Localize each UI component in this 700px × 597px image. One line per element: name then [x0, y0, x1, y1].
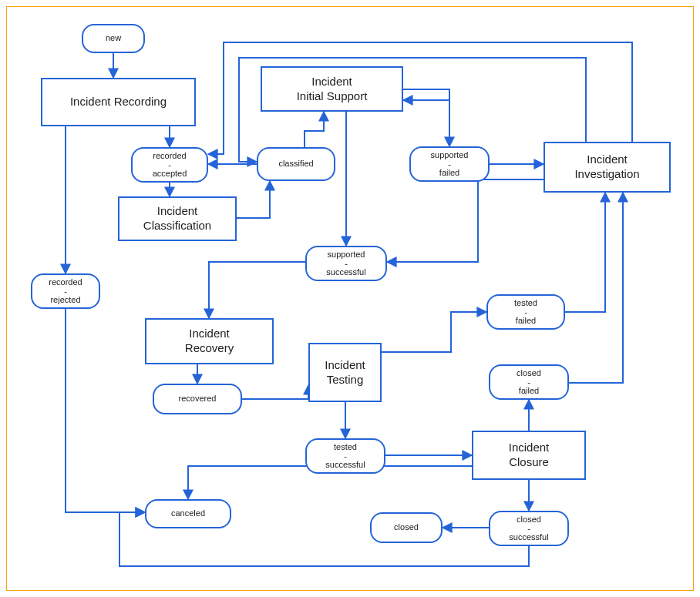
state-canceled: canceled [145, 499, 231, 528]
process-incident-investigation: Incident Investigation [544, 142, 671, 193]
label: Incident Initial Support [297, 75, 368, 104]
label: tested - successful [325, 442, 365, 471]
label: tested - failed [514, 298, 537, 327]
state-supported-failed: supported - failed [409, 146, 490, 182]
process-incident-recording: Incident Recording [41, 78, 196, 126]
label: Incident Recovery [185, 327, 234, 356]
label: closed - failed [517, 368, 541, 397]
label: new [106, 33, 121, 44]
state-classified: classified [257, 147, 335, 181]
diagram-canvas: new recorded - accepted recorded - rejec… [0, 0, 700, 597]
process-incident-recovery: Incident Recovery [145, 318, 274, 364]
state-recorded-accepted: recorded - accepted [131, 147, 208, 183]
label: supported - failed [431, 150, 469, 179]
process-incident-closure: Incident Closure [472, 431, 586, 480]
process-incident-testing: Incident Testing [308, 343, 382, 402]
label: Incident Investigation [574, 153, 639, 182]
state-closed-failed: closed - failed [489, 364, 569, 400]
state-new: new [82, 24, 145, 53]
state-tested-successful: tested - successful [305, 438, 385, 474]
process-incident-classification: Incident Classification [118, 196, 237, 241]
state-recovered: recovered [153, 384, 242, 414]
label: canceled [171, 508, 205, 519]
state-recorded-rejected: recorded - rejected [31, 273, 100, 309]
label: Incident Recording [70, 95, 167, 109]
label: recovered [179, 394, 217, 404]
label: classified [278, 159, 313, 169]
state-closed-successful: closed - successful [489, 511, 569, 546]
label: recorded - accepted [153, 151, 187, 179]
label: supported - successful [326, 250, 365, 278]
state-tested-failed: tested - failed [486, 294, 565, 330]
process-incident-initial-support: Incident Initial Support [261, 66, 403, 112]
label: Incident Closure [509, 441, 550, 470]
state-supported-successful: supported - successful [305, 246, 387, 281]
label: Incident Testing [325, 358, 365, 387]
label: recorded - rejected [49, 277, 82, 306]
state-closed: closed [370, 512, 443, 543]
label: Incident Classification [143, 204, 211, 233]
label: closed [394, 522, 419, 533]
label: closed - successful [509, 515, 548, 543]
